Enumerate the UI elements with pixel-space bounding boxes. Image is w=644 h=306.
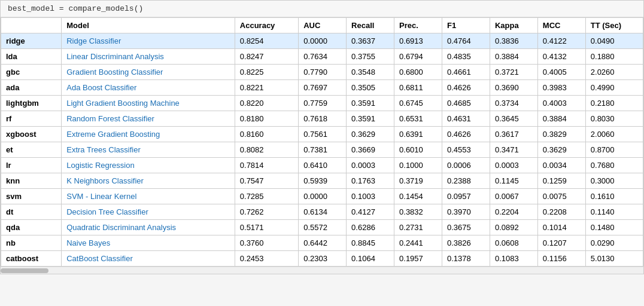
cell-value: 0.8221 — [235, 80, 298, 96]
cell-id: gbc — [1, 65, 62, 80]
cell-model: SVM - Linear Kernel — [62, 189, 235, 204]
cell-value: 0.0006 — [442, 158, 490, 173]
cell-id: dt — [1, 204, 62, 220]
cell-value: 2.0260 — [585, 65, 643, 80]
cell-value: 0.8254 — [235, 33, 298, 49]
cell-value: 0.4127 — [347, 204, 394, 220]
table-row: lightgbmLight Gradient Boosting Machine0… — [1, 96, 643, 111]
cell-value: 0.1083 — [490, 251, 537, 267]
cell-value: 0.0067 — [490, 189, 537, 204]
col-header-model: Model — [62, 18, 235, 33]
cell-value: 0.6913 — [394, 33, 442, 49]
cell-value: 0.7618 — [299, 111, 347, 127]
cell-value: 0.6531 — [394, 111, 442, 127]
cell-value: 0.2453 — [235, 251, 298, 267]
cell-value: 2.0060 — [585, 127, 643, 142]
cell-value: 0.1610 — [585, 189, 643, 204]
cell-model: Decision Tree Classifier — [62, 204, 235, 220]
cell-value: 0.4626 — [442, 80, 490, 96]
cell-value: 0.7561 — [299, 127, 347, 142]
code-text: best_model = compare_models() — [8, 4, 143, 13]
cell-value: 0.3471 — [490, 142, 537, 158]
cell-value: 0.3591 — [347, 96, 394, 111]
cell-value: 0.8030 — [585, 111, 643, 127]
cell-value: 0.4835 — [442, 49, 490, 65]
cell-value: 0.7634 — [299, 49, 347, 65]
col-header-tt: TT (Sec) — [585, 18, 643, 33]
cell-model: Linear Discriminant Analysis — [62, 49, 235, 65]
cell-value: 0.7697 — [299, 80, 347, 96]
scrollbar-thumb[interactable] — [1, 268, 48, 273]
cell-value: 0.7814 — [235, 158, 298, 173]
cell-model: Extreme Gradient Boosting — [62, 127, 235, 142]
table-row: adaAda Boost Classifier0.82210.76970.350… — [1, 80, 643, 96]
cell-value: 0.4132 — [537, 49, 585, 65]
cell-value: 0.0003 — [347, 158, 394, 173]
cell-value: 0.1480 — [585, 220, 643, 235]
cell-value: 0.8220 — [235, 96, 298, 111]
cell-value: 0.1957 — [394, 251, 442, 267]
col-header-accuracy: Accuracy — [235, 18, 298, 33]
cell-value: 0.3548 — [347, 65, 394, 80]
cell-value: 0.6442 — [299, 235, 347, 251]
cell-value: 0.4631 — [442, 111, 490, 127]
cell-value: 0.3637 — [347, 33, 394, 49]
cell-value: 0.2180 — [585, 96, 643, 111]
cell-value: 0.7680 — [585, 158, 643, 173]
cell-value: 0.3719 — [394, 173, 442, 189]
cell-value: 0.3826 — [442, 235, 490, 251]
cell-value: 0.4626 — [442, 127, 490, 142]
horizontal-scrollbar[interactable] — [1, 267, 643, 274]
cell-value: 0.5939 — [299, 173, 347, 189]
cell-id: ada — [1, 80, 62, 96]
cell-value: 0.0957 — [442, 189, 490, 204]
cell-value: 0.8700 — [585, 142, 643, 158]
cell-id: et — [1, 142, 62, 158]
cell-value: 0.0892 — [490, 220, 537, 235]
table-container[interactable]: Model Accuracy AUC Recall Prec. F1 Kappa… — [1, 17, 643, 267]
cell-value: 0.1156 — [537, 251, 585, 267]
cell-id: lightgbm — [1, 96, 62, 111]
table-row: qdaQuadratic Discriminant Analysis0.5171… — [1, 220, 643, 235]
table-row: svmSVM - Linear Kernel0.72850.00000.1003… — [1, 189, 643, 204]
cell-value: 0.7285 — [235, 189, 298, 204]
cell-value: 0.8180 — [235, 111, 298, 127]
compare-models-table: Model Accuracy AUC Recall Prec. F1 Kappa… — [1, 17, 643, 267]
cell-value: 0.3690 — [490, 80, 537, 96]
table-row: lrLogistic Regression0.78140.64100.00030… — [1, 158, 643, 173]
cell-value: 0.6794 — [394, 49, 442, 65]
cell-value: 0.2204 — [490, 204, 537, 220]
col-header-mcc: MCC — [537, 18, 585, 33]
cell-value: 0.7790 — [299, 65, 347, 80]
cell-value: 0.8845 — [347, 235, 394, 251]
table-row: etExtra Trees Classifier0.80820.73810.36… — [1, 142, 643, 158]
cell-model: Light Gradient Boosting Machine — [62, 96, 235, 111]
cell-value: 0.7759 — [299, 96, 347, 111]
cell-value: 0.0034 — [537, 158, 585, 173]
cell-value: 0.6410 — [299, 158, 347, 173]
cell-value: 0.3617 — [490, 127, 537, 142]
cell-id: catboost — [1, 251, 62, 267]
cell-value: 0.4003 — [537, 96, 585, 111]
cell-value: 0.1378 — [442, 251, 490, 267]
table-row: nbNaive Bayes0.37600.64420.88450.24410.3… — [1, 235, 643, 251]
cell-id: qda — [1, 220, 62, 235]
cell-value: 0.1145 — [490, 173, 537, 189]
cell-id: nb — [1, 235, 62, 251]
cell-value: 0.8160 — [235, 127, 298, 142]
col-header-prec: Prec. — [394, 18, 442, 33]
cell-value: 0.6391 — [394, 127, 442, 142]
cell-value: 0.3734 — [490, 96, 537, 111]
cell-model: CatBoost Classifier — [62, 251, 235, 267]
table-row: rfRandom Forest Classifier0.81800.76180.… — [1, 111, 643, 127]
cell-value: 0.0608 — [490, 235, 537, 251]
cell-value: 0.6811 — [394, 80, 442, 96]
cell-value: 0.0490 — [585, 33, 643, 49]
cell-value: 0.6745 — [394, 96, 442, 111]
cell-id: xgboost — [1, 127, 62, 142]
cell-value: 0.3629 — [537, 142, 585, 158]
cell-value: 0.6010 — [394, 142, 442, 158]
cell-value: 0.1000 — [394, 158, 442, 173]
cell-value: 0.4990 — [585, 80, 643, 96]
code-line: best_model = compare_models() — [1, 1, 643, 17]
